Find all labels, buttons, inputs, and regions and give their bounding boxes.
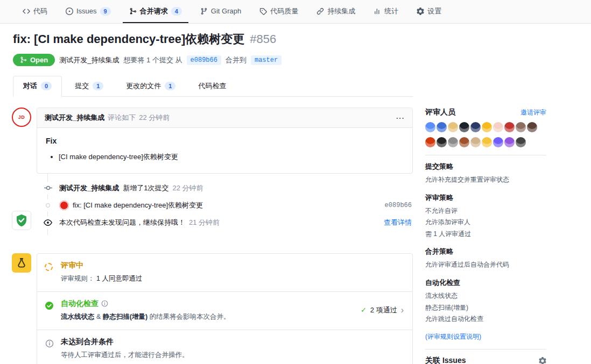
reviewer-avatar[interactable]: [437, 122, 447, 132]
target-branch-chip[interactable]: master: [251, 55, 282, 65]
mr-number: #856: [250, 32, 276, 46]
chain-icon: [316, 8, 324, 15]
commit-event-author[interactable]: 测试开发_持续集成: [59, 183, 119, 193]
strategy-line: 允许补充提交并重置评审状态: [425, 174, 546, 186]
reviewer-avatar[interactable]: [448, 122, 458, 132]
mr-body: JD 测试开发_持续集成 评论如下 22 分钟前 ··· Fix [CI mak…: [0, 97, 591, 364]
reviewer-avatar[interactable]: [482, 122, 492, 132]
comment-heading: Fix: [46, 137, 404, 145]
comment-time: 22 分钟前: [139, 113, 170, 123]
commit-title-link[interactable]: fix: [CI make dependency-tree]依赖树变更: [73, 201, 203, 210]
checks-summary-link[interactable]: ✓ 2 项通过 ›: [361, 305, 404, 315]
reviewer-avatar[interactable]: [493, 122, 503, 132]
mr-sidebar: 评审人员 邀请评审 提交策略允许补充提交并重置评审状态评审策略不允许自评允许添加…: [425, 108, 546, 364]
nav-item-code-quality[interactable]: 代码质量: [253, 0, 305, 23]
nav-item-label: 代码: [33, 6, 47, 16]
tab-count-badge: 0: [41, 82, 52, 90]
linked-issues-title: 关联 Issues: [425, 356, 466, 364]
strategy-section-2: 合并策略允许评审通过后自动合并代码: [425, 247, 546, 271]
strategy-section-1: 评审策略不允许自评允许添加评审人需 1 人评审通过: [425, 193, 546, 240]
auto-check-title: 自动化检查: [61, 299, 99, 309]
static-scan-link[interactable]: 静态扫描(增量): [103, 313, 147, 320]
branch-icon: [200, 8, 208, 15]
strategy-line: 需 1 人评审通过: [425, 229, 546, 240]
tab-label: 提交: [75, 81, 89, 91]
commenter-avatar[interactable]: JD: [12, 108, 31, 127]
check-detail-link[interactable]: 查看详情: [384, 218, 412, 227]
review-status-title: 评审中: [61, 261, 404, 270]
reviewer-avatar[interactable]: [425, 122, 435, 132]
pipeline-status-link[interactable]: 流水线状态: [61, 313, 95, 320]
issues-settings-gear-icon[interactable]: [539, 357, 546, 364]
reviewer-avatar[interactable]: [459, 137, 469, 147]
reviewer-avatars-row1: [425, 122, 546, 132]
reviewer-avatar[interactable]: [527, 122, 537, 132]
strategy-line: 允许跳过自动化检查: [425, 313, 546, 325]
commit-sha[interactable]: e089b66: [385, 202, 412, 209]
tab-files-changed[interactable]: 更改的文件1: [116, 76, 185, 96]
issue-icon: [66, 8, 73, 15]
summary-text: 想要将 1 个提交 从: [123, 55, 182, 65]
comment-author[interactable]: 测试开发_持续集成: [45, 113, 104, 123]
review-bot-avatar: [12, 253, 31, 273]
strategy-line: 流水线状态: [425, 290, 546, 302]
status-badge: Open: [13, 54, 55, 66]
tab-conversation[interactable]: 对话0: [13, 76, 62, 97]
auto-check-desc: 流水线状态 & 静态扫描(增量) 的结果将会影响本次合并。: [61, 312, 361, 322]
review-in-progress-row: 评审中 评审规则： 1 人同意即通过: [37, 254, 412, 291]
reviewer-avatar[interactable]: [504, 122, 515, 132]
source-commit-chip[interactable]: e089b66: [187, 55, 221, 65]
reviewer-avatar[interactable]: [504, 137, 515, 147]
reviewer-avatar[interactable]: [459, 122, 469, 132]
reviewer-avatar[interactable]: [425, 137, 435, 147]
nav-item-label: 设置: [427, 6, 441, 16]
reviewer-avatar[interactable]: [493, 137, 503, 147]
tab-code-check[interactable]: 代码检查: [188, 76, 236, 96]
review-rules-link[interactable]: (评审规则设置说明): [425, 332, 546, 341]
reviewer-avatar[interactable]: [470, 137, 481, 147]
strategy-line: 不允许自评: [425, 205, 546, 217]
nav-item-git-graph[interactable]: Git Graph: [194, 0, 248, 23]
nav-item-merge-requests[interactable]: 合并请求4: [123, 0, 188, 23]
reviewers-header: 评审人员 邀请评审: [425, 108, 546, 117]
reviewer-avatar[interactable]: [482, 137, 492, 147]
tab-label: 更改的文件: [126, 81, 161, 91]
nav-item-ci[interactable]: 持续集成: [310, 0, 362, 23]
commit-event-action: 新增了1次提交: [123, 183, 168, 193]
strategy-title: 合并策略: [425, 247, 546, 256]
auto-check-title-row: 自动化检查: [61, 299, 361, 309]
status-label: Open: [30, 56, 48, 64]
nav-item-settings[interactable]: 设置: [410, 0, 448, 23]
reviewer-avatar[interactable]: [448, 137, 458, 147]
strategy-title: 提交策略: [425, 162, 546, 172]
nav-item-issues[interactable]: Issues9: [59, 0, 117, 23]
comment-menu-button[interactable]: ···: [396, 114, 405, 122]
reviewers-title: 评审人员: [425, 108, 455, 117]
merge-condition-title: 未达到合并条件: [61, 337, 404, 347]
reviewer-avatar[interactable]: [516, 122, 526, 132]
tab-commits[interactable]: 提交1: [65, 76, 113, 96]
jd-logo: JD: [18, 115, 25, 120]
merge-condition-row: 未达到合并条件 等待人工评审通过后，才能进行合并操作。: [37, 330, 412, 364]
linked-issues-header: 关联 Issues: [425, 356, 546, 364]
invite-reviewers-link[interactable]: 邀请评审: [520, 108, 546, 117]
timeline-events: 测试开发_持续集成 新增了1次提交 22 分钟前 fix: [CI make d…: [37, 174, 413, 235]
nav-item-code[interactable]: 代码: [16, 0, 54, 23]
info-icon[interactable]: [101, 300, 108, 307]
chevron-right-icon: ›: [401, 305, 404, 315]
review-rule-label: 评审规则：: [61, 275, 95, 282]
nav-item-statistics[interactable]: 统计: [367, 0, 405, 23]
author-name[interactable]: 测试开发_持续集成: [59, 55, 119, 65]
reviewer-avatar[interactable]: [437, 137, 447, 147]
merge-condition-desc: 等待人工评审通过后，才能进行合并操作。: [61, 351, 404, 360]
review-rule-value: 1 人同意即通过: [96, 275, 142, 282]
conversation-thread: JD 测试开发_持续集成 评论如下 22 分钟前 ··· Fix [CI mak…: [13, 108, 413, 364]
reviewer-avatar[interactable]: [516, 137, 526, 147]
commit-dot-icon: [42, 199, 54, 211]
strategy-sections: 提交策略允许补充提交并重置评审状态评审策略不允许自评允许添加评审人需 1 人评审…: [425, 162, 546, 325]
reviewer-avatar[interactable]: [470, 122, 481, 132]
code-check-event: 本次代码检查未发现问题，继续保持哦！ 21 分钟前 查看详情: [37, 210, 413, 227]
strategy-title: 评审策略: [425, 193, 546, 203]
auto-check-row: 自动化检查 流水线状态 & 静态扫描(增量) 的结果将会影响本次合并。 ✓ 2 …: [37, 291, 412, 330]
comment-card-header: 测试开发_持续集成 评论如下 22 分钟前 ···: [37, 108, 412, 128]
